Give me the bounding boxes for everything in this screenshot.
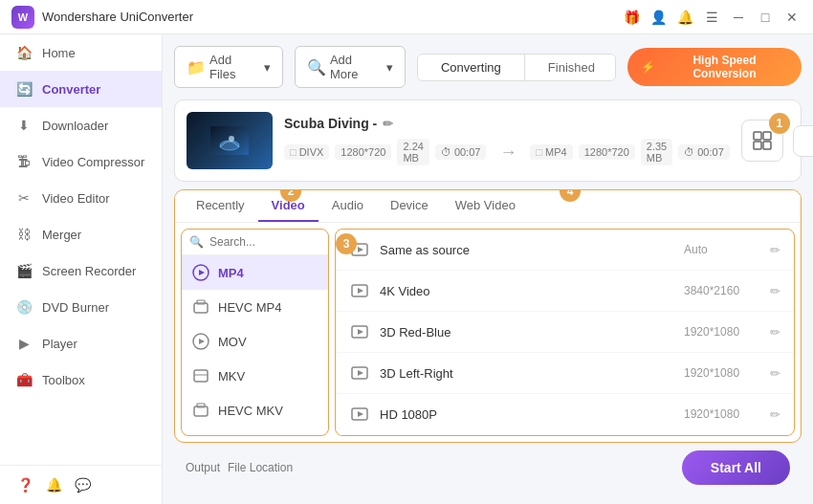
option-edit-3d-rb[interactable]: ✏ [770,325,780,340]
help-icon[interactable]: ❓ [15,475,34,494]
sidebar-item-video-editor[interactable]: ✂ Video Editor [0,180,162,216]
add-more-label: Add More [330,53,383,81]
svg-marker-27 [358,370,363,376]
option-name-4k: 4K Video [380,284,674,298]
option-edit-4k[interactable]: ✏ [770,284,780,298]
file-card: Scuba Diving - ✏ □ DIVX 1280*720 2.24 MB [174,99,802,182]
sidebar-item-dvd-burner[interactable]: 💿 DVD Burner [0,289,162,325]
window-controls: 🎁 👤 🔔 ☰ ─ □ ✕ [622,8,802,27]
sidebar-label-screen-recorder: Screen Recorder [42,264,136,278]
target-res-box: 1280*720 [579,144,635,160]
app-title: Wondershare UniConverter [42,10,622,24]
option-hd-720p[interactable]: HD 720P 1280*720 ✏ [336,435,794,436]
start-all-button[interactable]: Start All [682,450,790,485]
output-label: Output [186,461,220,474]
format-item-hevc-mkv[interactable]: HEVC MKV [182,393,328,427]
dropdown-arrow: ▾ [264,60,271,75]
target-format-icon: □ [536,146,542,158]
tab-finished[interactable]: Finished [525,55,616,80]
sidebar-item-home[interactable]: 🏠 Home [0,34,162,71]
sidebar-item-screen-recorder[interactable]: 🎬 Screen Recorder [0,252,162,289]
svg-marker-12 [199,339,205,344]
gift-icon[interactable]: 🎁 [622,8,641,27]
sidebar-item-merger[interactable]: ⛓ Merger [0,216,162,252]
target-format: MP4 [545,146,567,158]
option-edit-3d-lr[interactable]: ✏ [770,366,780,381]
sidebar-item-video-compressor[interactable]: 🗜 Video Compressor [0,143,162,180]
svg-marker-23 [358,288,363,294]
tab-audio[interactable]: Audio [319,190,377,222]
sidebar-item-converter[interactable]: 🔄 Converter [0,71,162,107]
maximize-icon[interactable]: □ [756,8,775,27]
add-files-button[interactable]: 📁 Add Files ▾ [174,46,283,88]
format-item-hevc-mp4[interactable]: HEVC MP4 [182,290,328,324]
option-name-same: Same as source [380,243,674,257]
option-same-as-source[interactable]: Same as source Auto ✏ [336,230,794,271]
tab-converting[interactable]: Converting [418,55,525,80]
mp4-icon [191,263,210,282]
sidebar: 🏠 Home 🔄 Converter ⬇ Downloader 🗜 Video … [0,34,163,504]
source-size: 2.24 MB [403,141,423,164]
format-item-mkv[interactable]: MKV [182,359,328,393]
format-panel: 2 3 4 Recently Video Audio Device Web Vi… [174,189,802,443]
sidebar-item-player[interactable]: ▶ Player [0,325,162,362]
search-input[interactable] [209,235,320,249]
convert-button[interactable]: Convert [793,125,813,157]
tab-recently[interactable]: Recently [183,190,258,222]
svg-point-2 [229,136,234,142]
option-edit-1080p[interactable]: ✏ [770,407,780,422]
option-4k[interactable]: 4K Video 3840*2160 ✏ [336,271,794,312]
minimize-icon[interactable]: ─ [729,8,748,27]
home-icon: 🏠 [15,44,33,61]
sidebar-label-toolbox: Toolbox [42,373,85,387]
app-logo: W [11,6,34,29]
bell-icon[interactable]: 🔔 [675,8,694,27]
clock-icon2: ⏱ [684,146,694,158]
tab-device[interactable]: Device [377,190,442,222]
dropdown-arrow2: ▾ [386,60,393,75]
svg-rect-4 [763,132,771,140]
target-res: 1280*720 [584,146,629,158]
format-item-mov[interactable]: MOV [182,324,328,359]
source-format-box: □ DIVX [284,144,329,160]
high-speed-button[interactable]: ⚡ High Speed Conversion [627,48,802,86]
edit-name-icon[interactable]: ✏ [383,117,393,131]
player-icon: ▶ [15,335,33,352]
user-icon[interactable]: 👤 [648,8,668,27]
option-3d-lr[interactable]: 3D Left-Right 1920*1080 ✏ [336,353,794,394]
feedback-icon[interactable]: 💬 [73,475,92,494]
add-more-button[interactable]: 🔍 Add More ▾ [295,46,406,88]
lightning-icon: ⚡ [641,60,655,74]
file-name: Scuba Diving - ✏ [284,116,730,131]
target-format-box: □ MP4 [530,144,572,160]
badge-1: 1 [769,113,790,134]
svg-rect-13 [194,370,208,382]
option-edit-same[interactable]: ✏ [770,243,780,257]
editor-icon: ✂ [15,189,33,207]
dvd-icon: 💿 [15,298,33,316]
source-duration-box: ⏱ 00:07 [435,144,487,160]
sidebar-item-downloader[interactable]: ⬇ Downloader [0,107,162,143]
sidebar-label-player: Player [42,337,77,351]
notification-icon[interactable]: 🔔 [44,475,63,494]
screen-recorder-icon: 🎬 [15,262,33,279]
format-item-avi[interactable]: AVI [182,427,328,435]
option-3d-red-blue[interactable]: 3D Red-Blue 1920*1080 ✏ [336,312,794,353]
format-label-hevc-mkv: HEVC MKV [218,404,283,418]
file-thumbnail [187,112,273,169]
sidebar-item-toolbox[interactable]: 🧰 Toolbox [0,362,162,398]
menu-icon[interactable]: ☰ [702,8,721,27]
sidebar-label-home: Home [42,46,76,60]
format-list-items: MP4 HEVC MP4 MOV [182,255,328,435]
format-select-button[interactable]: 1 [741,120,783,162]
source-format: DIVX [299,146,324,158]
file-name-text: Scuba Diving - [284,116,377,131]
source-res-box: 1280*720 [335,144,391,160]
option-name-1080p: HD 1080P [380,407,674,422]
close-icon[interactable]: ✕ [782,8,802,27]
option-hd-1080p[interactable]: HD 1080P 1920*1080 ✏ [336,394,794,435]
toolbar: 📁 Add Files ▾ 🔍 Add More ▾ Converting Fi… [174,46,802,88]
format-item-mp4[interactable]: MP4 [182,255,328,290]
tab-web-video[interactable]: Web Video [442,190,529,222]
option-icon-4k [349,280,370,301]
